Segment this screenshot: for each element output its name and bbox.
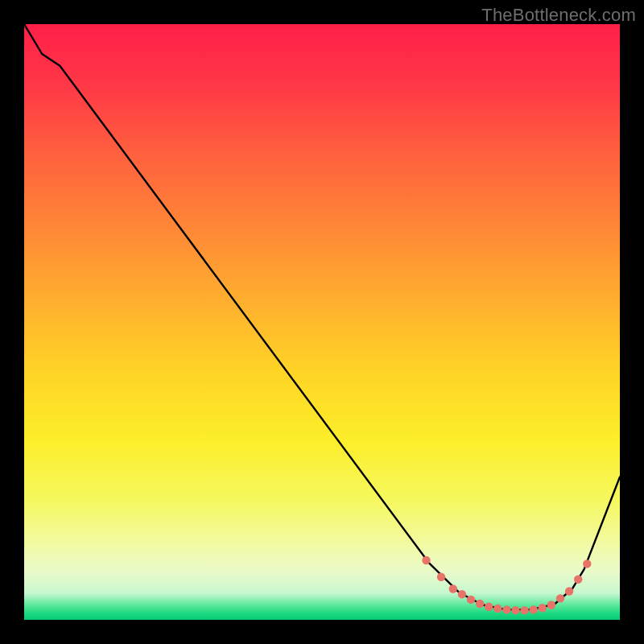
svg-rect-0 (24, 24, 620, 620)
watermark: TheBottleneck.com (481, 5, 636, 26)
plot-area (24, 24, 620, 620)
background-gradient (24, 24, 620, 620)
chart-stage: TheBottleneck.com (0, 0, 644, 644)
